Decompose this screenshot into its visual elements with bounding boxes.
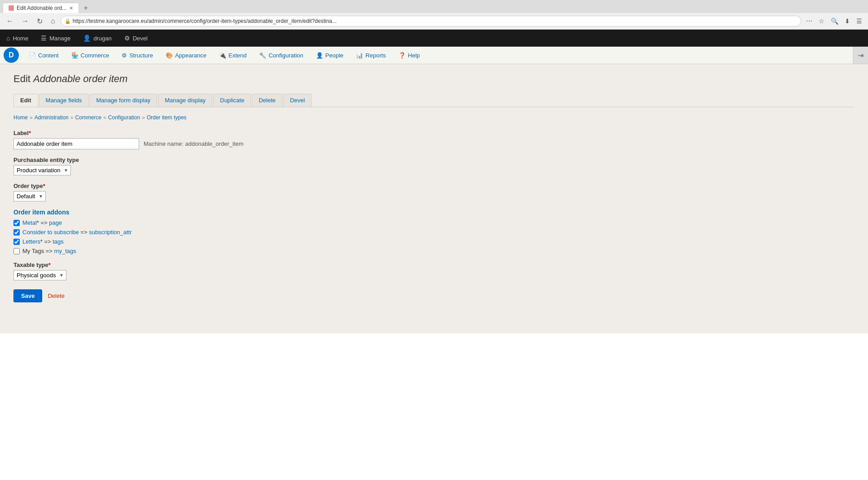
nav-content-label: Content bbox=[38, 52, 59, 59]
purchasable-entity-type-select-wrapper: Product variation ▼ bbox=[13, 165, 71, 175]
addon-letters-required: * bbox=[40, 238, 43, 245]
configuration-icon: 🔧 bbox=[259, 52, 266, 59]
breadcrumb-administration[interactable]: Administration bbox=[35, 114, 69, 121]
save-button[interactable]: Save bbox=[13, 289, 42, 302]
addon-letters-link[interactable]: Letters bbox=[22, 238, 40, 245]
tab-manage-fields[interactable]: Manage fields bbox=[39, 94, 89, 107]
order-type-select[interactable]: Default bbox=[13, 191, 46, 201]
addon-subscribe-target-link[interactable]: subscription_attr bbox=[89, 229, 132, 236]
nav-structure[interactable]: ⚙ Structure bbox=[115, 47, 159, 64]
order-type-group: Order type* Default ▼ bbox=[13, 183, 855, 201]
addon-consider-subscribe: Consider to subscribe => subscription_at… bbox=[13, 229, 855, 236]
addon-subscribe-link[interactable]: Consider to subscribe bbox=[22, 229, 79, 236]
download-button[interactable]: ⬇ bbox=[842, 17, 852, 26]
addon-letters-target-link[interactable]: tags bbox=[53, 238, 64, 245]
new-tab-button[interactable]: + bbox=[80, 4, 91, 12]
forward-button[interactable]: → bbox=[19, 16, 31, 26]
address-bar[interactable]: 🔒 https://testme.kangaroocare.eu/admin/c… bbox=[61, 16, 801, 26]
tab-delete[interactable]: Delete bbox=[252, 94, 282, 107]
nav-people[interactable]: 👤 People bbox=[310, 47, 350, 64]
nav-help-label: Help bbox=[408, 52, 420, 59]
nav-reports-label: Reports bbox=[365, 52, 386, 59]
form-actions: Save Delete bbox=[13, 289, 855, 302]
addon-metal-checkbox[interactable] bbox=[13, 220, 20, 226]
browser-chrome: Edit Addonable ord... ✕ + ← → ↻ ⌂ 🔒 http… bbox=[0, 0, 868, 30]
address-text: https://testme.kangaroocare.eu/admin/com… bbox=[73, 18, 337, 24]
sidebar-toggle[interactable]: ⇥ bbox=[853, 47, 868, 64]
browser-tab-active[interactable]: Edit Addonable ord... ✕ bbox=[3, 3, 79, 13]
menu-button[interactable]: ☰ bbox=[854, 17, 864, 26]
toolbar-user[interactable]: 👤 drugan bbox=[77, 30, 118, 47]
addon-subscribe-arrow: => bbox=[80, 229, 89, 236]
toolbar-home[interactable]: ⌂ Home bbox=[0, 30, 35, 47]
tab-manage-display[interactable]: Manage display bbox=[158, 94, 212, 107]
taxable-type-label-text: Taxable type bbox=[13, 262, 48, 268]
nav-reports[interactable]: 📊 Reports bbox=[350, 47, 392, 64]
machine-name-prefix: Machine name: bbox=[144, 140, 185, 147]
nav-commerce[interactable]: 🏪 Commerce bbox=[65, 47, 116, 64]
toolbar-manage-label: Manage bbox=[49, 35, 70, 42]
taxable-type-required-indicator: * bbox=[48, 262, 51, 268]
breadcrumb-order-item-types[interactable]: Order item types bbox=[147, 114, 187, 121]
taxable-type-group: Taxable type* Physical goods ▼ bbox=[13, 262, 855, 280]
tab-duplicate[interactable]: Duplicate bbox=[213, 94, 251, 107]
drupal-nav: D 📄 Content 🏪 Commerce ⚙ Structure 🎨 App… bbox=[0, 47, 868, 64]
order-type-label: Order type* bbox=[13, 183, 855, 189]
extensions-button[interactable]: ⋯ bbox=[804, 17, 815, 26]
addon-subscribe-checkbox[interactable] bbox=[13, 229, 20, 236]
home-button[interactable]: ⌂ bbox=[48, 16, 58, 26]
nav-help[interactable]: ❓ Help bbox=[392, 47, 426, 64]
tab-close-button[interactable]: ✕ bbox=[69, 5, 73, 11]
breadcrumb-configuration[interactable]: Configuration bbox=[108, 114, 140, 121]
back-button[interactable]: ← bbox=[4, 16, 16, 26]
breadcrumb-commerce[interactable]: Commerce bbox=[75, 114, 101, 121]
taxable-type-select-wrapper: Physical goods ▼ bbox=[13, 270, 66, 280]
edit-form: Label* Machine name: addonable_order_ite… bbox=[13, 130, 855, 302]
breadcrumb-home[interactable]: Home bbox=[13, 114, 28, 121]
page-tabs: Edit Manage fields Manage form display M… bbox=[13, 94, 855, 107]
addon-metal-required: * bbox=[37, 219, 39, 226]
addon-letters-checkbox[interactable] bbox=[13, 239, 20, 245]
nav-configuration[interactable]: 🔧 Configuration bbox=[253, 47, 309, 64]
toolbar-manage[interactable]: ☰ Manage bbox=[35, 30, 77, 47]
nav-content[interactable]: 📄 Content bbox=[22, 47, 65, 64]
tab-manage-form-display[interactable]: Manage form display bbox=[90, 94, 158, 107]
tab-devel[interactable]: Devel bbox=[283, 94, 311, 107]
purchasable-entity-type-select[interactable]: Product variation bbox=[13, 165, 71, 175]
nav-structure-label: Structure bbox=[129, 52, 153, 59]
search-button[interactable]: 🔍 bbox=[829, 17, 841, 26]
order-item-addons-heading: Order item addons bbox=[13, 209, 855, 216]
addon-my-tags-target-link[interactable]: my_tags bbox=[54, 248, 76, 254]
browser-extras: ⋯ ☆ 🔍 ⬇ ☰ bbox=[804, 17, 864, 26]
people-icon: 👤 bbox=[316, 52, 323, 59]
label-field-label: Label* bbox=[13, 130, 855, 136]
order-type-select-wrapper: Default ▼ bbox=[13, 191, 46, 201]
taxable-type-label: Taxable type* bbox=[13, 262, 855, 268]
nav-appearance[interactable]: 🎨 Appearance bbox=[159, 47, 213, 64]
nav-extend[interactable]: 🔌 Extend bbox=[213, 47, 253, 64]
page-title-prefix: Edit bbox=[13, 73, 33, 84]
reports-icon: 📊 bbox=[356, 52, 363, 59]
page-title: Edit Addonable order item bbox=[13, 73, 855, 85]
addon-my-tags: My Tags => my_tags bbox=[13, 248, 855, 254]
home-icon: ⌂ bbox=[6, 35, 10, 42]
addon-metal-link[interactable]: Metal bbox=[22, 219, 37, 226]
addon-metal-target-link[interactable]: page bbox=[49, 219, 62, 226]
purchasable-entity-type-group: Purchasable entity type Product variatio… bbox=[13, 157, 855, 175]
order-item-addons-group: Order item addons Metal* => page Conside… bbox=[13, 209, 855, 254]
tab-edit[interactable]: Edit bbox=[13, 94, 38, 107]
toolbar-devel[interactable]: ⚙ Devel bbox=[118, 30, 154, 47]
main-content: Edit Addonable order item Edit Manage fi… bbox=[0, 64, 868, 333]
delete-link[interactable]: Delete bbox=[48, 292, 65, 299]
toolbar-home-label: Home bbox=[13, 35, 28, 42]
help-icon: ❓ bbox=[399, 52, 406, 59]
structure-icon: ⚙ bbox=[122, 52, 127, 59]
bookmarks-button[interactable]: ☆ bbox=[816, 17, 827, 26]
reload-button[interactable]: ↻ bbox=[34, 16, 45, 26]
addon-my-tags-checkbox[interactable] bbox=[13, 248, 20, 254]
commerce-icon: 🏪 bbox=[71, 52, 79, 59]
taxable-type-select[interactable]: Physical goods bbox=[13, 270, 66, 280]
machine-name-value: addonable_order_item bbox=[185, 140, 244, 147]
nav-commerce-label: Commerce bbox=[81, 52, 110, 59]
label-input[interactable] bbox=[13, 138, 139, 149]
